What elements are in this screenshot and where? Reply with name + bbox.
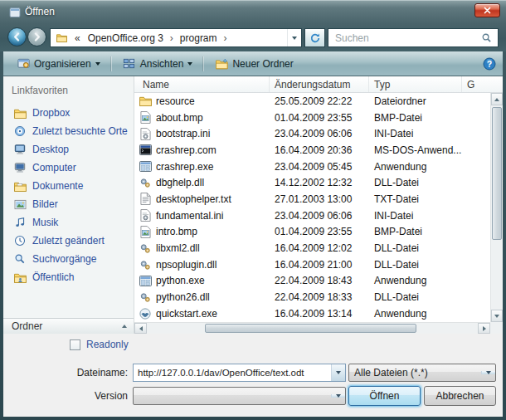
dialog-footer: Readonly Dateiname: Alle Dateien (*.*) V… (3, 334, 503, 417)
sidebar-item-zuletzt-besuchte-orte[interactable]: Zuletzt besuchte Orte (3, 122, 134, 140)
file-type: DLL-Datei (369, 291, 462, 303)
file-name: libxml2.dll (156, 242, 200, 254)
readonly-checkbox[interactable] (70, 339, 80, 350)
column-header-type[interactable]: Typ (369, 76, 462, 92)
title-bar[interactable]: Öffnen (0, 0, 506, 23)
table-row[interactable]: quickstart.exe16.04.2009 13:14Anwendung (134, 305, 490, 322)
file-date: 16.04.2009 21:00 (270, 259, 369, 271)
scroll-right-button[interactable] (478, 323, 490, 334)
organize-button[interactable]: Organisieren (10, 54, 107, 74)
search-icon[interactable] (479, 32, 493, 45)
file-date: 16.04.2009 12:02 (270, 242, 369, 254)
horizontal-scroll-thumb[interactable] (205, 324, 416, 333)
views-button[interactable]: Ansichten (116, 54, 200, 74)
file-name-cell: npsoplugin.dll (134, 258, 270, 271)
sidebar-item-dokumente[interactable]: Dokumente (3, 177, 134, 195)
file-type: DLL-Datei (369, 242, 462, 254)
breadcrumb-overflow[interactable]: « (71, 32, 84, 44)
vertical-scroll-thumb[interactable] (492, 107, 502, 240)
file-name-cell: desktophelper.txt (134, 193, 270, 206)
table-row[interactable]: python.exe22.04.2009 18:43Anwendung (134, 273, 490, 290)
dll-file-icon (139, 176, 152, 189)
file-name: about.bmp (156, 112, 203, 124)
close-button[interactable] (474, 3, 500, 17)
table-row[interactable]: crashrep.com16.04.2009 20:36MS-DOS-Anwen… (134, 142, 490, 159)
table-row[interactable]: libxml2.dll16.04.2009 12:02DLL-Datei (134, 240, 490, 256)
open-button-label: Öffnen (370, 390, 400, 402)
sidebar-item-desktop[interactable]: Desktop (3, 140, 134, 159)
new-folder-label: Neuer Ordner (232, 58, 293, 70)
folders-band[interactable]: Ordner (3, 318, 134, 334)
readonly-row: Readonly (70, 339, 129, 350)
table-row[interactable]: python26.dll22.04.2009 18:33DLL-Datei (134, 289, 490, 305)
table-row[interactable]: intro.bmp01.04.2009 23:55BMP-Datei (134, 224, 490, 241)
file-type: Anwendung (369, 308, 462, 320)
sidebar-item-suchvorgänge[interactable]: Suchvorgänge (3, 250, 134, 268)
settings-file-icon (139, 209, 152, 222)
file-rows: resource25.05.2009 22:22Dateiordnerabout… (134, 93, 490, 322)
help-button[interactable]: ? (483, 57, 496, 71)
scroll-up-button[interactable] (491, 93, 503, 105)
breadcrumb-history-button[interactable] (287, 29, 301, 46)
search-input[interactable] (335, 32, 479, 44)
forward-button[interactable] (27, 27, 46, 46)
sidebar-item-label: Bilder (32, 198, 58, 210)
triangle-up-icon (494, 98, 499, 101)
column-header-size[interactable]: G (462, 76, 503, 92)
dialog-icon (8, 6, 22, 19)
chevron-up-icon (122, 325, 127, 328)
table-row[interactable]: crashrep.exe23.04.2009 05:45Anwendung (134, 159, 490, 175)
filename-dropdown-button[interactable] (331, 364, 345, 381)
breadcrumb-segment[interactable]: OpenOffice.org 3 (84, 32, 168, 44)
file-date: 25.05.2009 22:22 (270, 95, 369, 107)
sidebar-item-label: Öffentlich (32, 271, 74, 283)
sidebar-favorites-list: DropboxZuletzt besuchte OrteDesktopCompu… (3, 104, 134, 286)
breadcrumb-segment[interactable]: program (176, 32, 221, 44)
pictures-icon (13, 198, 27, 211)
table-row[interactable]: fundamental.ini23.04.2009 06:06INI-Datei (134, 208, 490, 224)
triangle-right-icon (483, 326, 486, 331)
scroll-left-button[interactable] (134, 323, 147, 334)
sidebar-item-label: Suchvorgänge (32, 253, 96, 265)
table-row[interactable]: npsoplugin.dll16.04.2009 21:00DLL-Datei (134, 256, 490, 273)
table-row[interactable]: bootstrap.ini23.04.2009 06:06INI-Datei (134, 125, 490, 142)
sidebar-item-zuletzt-geändert[interactable]: Zuletzt geändert (3, 232, 134, 250)
cancel-button[interactable]: Abbrechen (424, 386, 496, 406)
svg-text:?: ? (487, 59, 492, 68)
file-name-cell: bootstrap.ini (134, 127, 270, 140)
breadcrumb-separator[interactable]: › (168, 32, 176, 44)
table-row[interactable]: desktophelper.txt27.01.2003 13:00TXT-Dat… (134, 191, 490, 208)
sidebar-item-musik[interactable]: Musik (3, 213, 134, 232)
table-row[interactable]: resource25.05.2009 22:22Dateiordner (134, 93, 490, 110)
vertical-scrollbar[interactable] (490, 93, 503, 322)
filename-input[interactable] (134, 364, 331, 381)
file-date: 27.01.2003 13:00 (270, 193, 369, 205)
new-folder-icon (215, 57, 228, 71)
new-folder-button[interactable]: Neuer Ordner (208, 54, 299, 74)
scroll-down-button[interactable] (491, 310, 503, 322)
file-name: npsoplugin.dll (156, 259, 217, 271)
file-name-cell: fundamental.ini (134, 209, 270, 222)
file-type: Dateiordner (369, 95, 462, 107)
sidebar-item-öffentlich[interactable]: Öffentlich (3, 268, 134, 286)
filetype-select[interactable]: Alle Dateien (*.*) (348, 364, 496, 382)
help-icon: ? (483, 57, 496, 71)
file-date: 23.04.2009 06:06 (270, 210, 369, 222)
open-button[interactable]: Öffnen (348, 386, 421, 406)
sidebar-item-computer[interactable]: Computer (3, 159, 134, 177)
column-header-name[interactable]: Name (134, 76, 270, 92)
dll-file-icon (139, 258, 152, 271)
search-box (328, 28, 499, 47)
sidebar-item-dropbox[interactable]: Dropbox (3, 104, 134, 122)
sidebar-item-bilder[interactable]: Bilder (3, 195, 134, 213)
horizontal-scrollbar[interactable] (134, 322, 490, 334)
back-button[interactable] (7, 27, 27, 46)
table-row[interactable]: about.bmp01.04.2009 23:55BMP-Datei (134, 110, 490, 126)
refresh-button[interactable] (304, 28, 325, 47)
column-header-date[interactable]: Änderungsdatum (270, 76, 369, 92)
version-select[interactable] (133, 387, 346, 405)
chevron-down-icon (292, 37, 297, 40)
table-row[interactable]: dbghelp.dll14.12.2002 12:32DLL-Datei (134, 174, 490, 191)
breadcrumb-separator[interactable]: › (221, 32, 230, 44)
breadcrumb[interactable]: « OpenOffice.org 3 › program › (50, 28, 302, 47)
